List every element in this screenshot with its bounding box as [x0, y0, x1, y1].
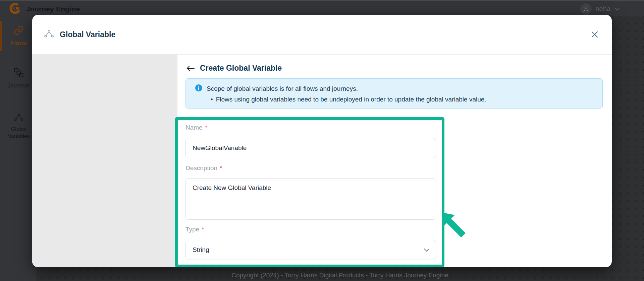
- sidebar-item-journeys[interactable]: Journeys: [0, 63, 36, 93]
- description-field[interactable]: Create New Global Variable: [185, 178, 436, 220]
- copyright-text: Copyright (2024) - Torry Harris Digital …: [36, 272, 644, 279]
- user-avatar[interactable]: [580, 3, 592, 15]
- sidebar-nav: Flows Journeys Global Variables: [0, 16, 36, 281]
- sidebar-item-label: Flows: [11, 40, 27, 47]
- alert-bullet: •: [211, 96, 213, 103]
- page-title: Create Global Variable: [200, 64, 282, 73]
- info-icon: [195, 84, 202, 93]
- alert-line-1: Scope of global variables is for all flo…: [207, 85, 358, 92]
- sidebar-item-flows[interactable]: Flows: [0, 21, 36, 51]
- link-icon: [14, 25, 24, 37]
- chevron-down-icon: [424, 246, 430, 254]
- sidebar-item-label: Journeys: [8, 82, 30, 89]
- type-select[interactable]: String: [185, 240, 436, 260]
- type-select-value: String: [193, 246, 209, 254]
- description-label: Description: [185, 164, 217, 172]
- modal-title: Global Variable: [60, 30, 115, 39]
- alert-line-2: Flows using global variables need to be …: [216, 96, 486, 103]
- close-icon[interactable]: [589, 29, 600, 40]
- modal-body: Create Global Variable Scope of global v…: [32, 55, 612, 267]
- variable-icon: [44, 29, 54, 40]
- app-title: Journey Engine: [26, 5, 80, 13]
- journeys-icon: [13, 67, 24, 79]
- variable-icon: [13, 113, 24, 123]
- sidebar-item-global-variables[interactable]: Global Variables: [0, 109, 36, 144]
- user-menu[interactable]: neha: [580, 3, 636, 15]
- user-chevron-down-icon[interactable]: [614, 6, 620, 12]
- modal-left-panel: [32, 55, 177, 267]
- journey-engine-logo-icon: [9, 2, 21, 16]
- create-global-variable-panel: Create Global Variable Scope of global v…: [177, 55, 612, 267]
- user-name: neha: [596, 5, 611, 13]
- global-variable-modal: Global Variable Create Global Variable: [32, 15, 612, 267]
- name-field[interactable]: [185, 138, 436, 158]
- app-header: Journey Engine neha: [0, 1, 644, 16]
- brand: Journey Engine: [9, 2, 80, 16]
- name-label: Name: [185, 124, 203, 131]
- type-label: Type: [185, 226, 199, 233]
- required-marker: *: [205, 124, 207, 131]
- required-marker: *: [202, 226, 204, 233]
- back-arrow-icon[interactable]: [186, 65, 195, 72]
- required-marker: *: [220, 164, 222, 172]
- sidebar-item-label: Global Variables: [6, 126, 32, 140]
- modal-header: Global Variable: [32, 15, 612, 55]
- info-alert: Scope of global variables is for all flo…: [185, 78, 603, 109]
